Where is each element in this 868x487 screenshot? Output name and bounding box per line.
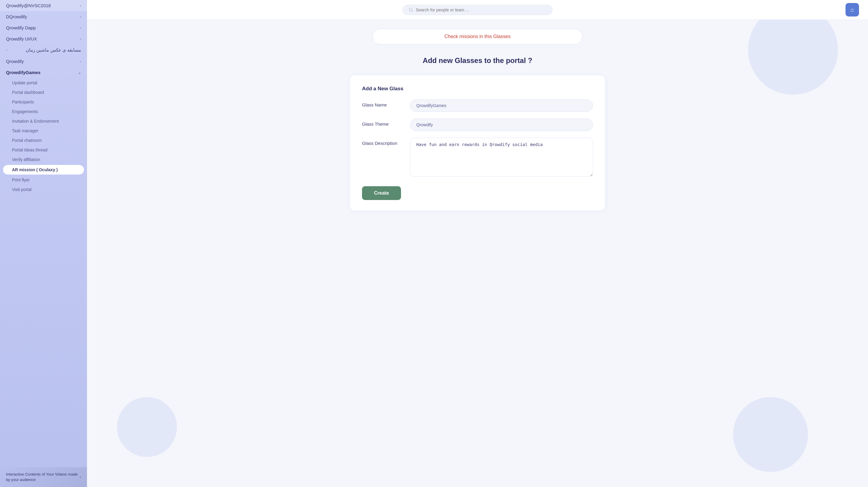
section-title: Add new Glasses to the portal ? bbox=[105, 56, 850, 65]
search-input[interactable] bbox=[416, 7, 546, 12]
sidebar-item-label: Qrowdify UI/UX bbox=[6, 36, 37, 41]
content-area: Check missions in this Glasses Add new G… bbox=[87, 20, 868, 487]
add-glass-form: Add a New Glass Glass Name Glass Theme G… bbox=[350, 75, 605, 210]
decorative-blob-3 bbox=[733, 397, 808, 472]
search-bar[interactable] bbox=[403, 5, 553, 15]
glass-theme-label: Glass Theme bbox=[362, 119, 404, 127]
chevron-icon: ‹ bbox=[80, 15, 81, 19]
chevron-icon: ‹ bbox=[80, 37, 81, 41]
sidebar-subitem-update-portal[interactable]: Update portal bbox=[0, 78, 87, 88]
form-row-description: Glass Description Have fun and earn rewa… bbox=[362, 138, 593, 176]
form-row-name: Glass Name bbox=[362, 99, 593, 112]
sidebar-subitem-participants[interactable]: Participants bbox=[0, 97, 87, 107]
sidebar-item-label: Qrowdify Dapp bbox=[6, 25, 36, 30]
sidebar-bottom-promo[interactable]: Interactive Contents of Your Videos made… bbox=[0, 467, 87, 487]
svg-line-1 bbox=[412, 10, 413, 11]
sidebar-submenu-qrowdifygames: Update portal Portal dashboard Participa… bbox=[0, 78, 87, 194]
sidebar-subitem-engagements[interactable]: Engagements bbox=[0, 107, 87, 116]
sidebar-item-qrowdify-games[interactable]: QrowdifyGames ⌄ bbox=[0, 67, 87, 78]
sidebar-subitem-portal-chatroom[interactable]: Portal chatroom bbox=[0, 135, 87, 145]
glass-name-input[interactable] bbox=[410, 99, 593, 112]
sidebar-bottom-text: Interactive Contents of Your Videos made… bbox=[6, 472, 80, 483]
sidebar-item-qrowdify-uiux[interactable]: Qrowdify UI/UX ‹ bbox=[0, 33, 87, 44]
search-icon bbox=[409, 7, 413, 12]
glass-description-label: Glass Description bbox=[362, 138, 404, 146]
sidebar-item-qrowdify[interactable]: Qrowdify ‹ bbox=[0, 56, 87, 67]
sidebar-item-label: Qrowdify@NVSC2018 bbox=[6, 3, 51, 8]
chevron-icon: › bbox=[6, 48, 7, 52]
decorative-blob-2 bbox=[117, 397, 177, 457]
main-content: ⌂ Check missions in this Glasses Add new… bbox=[87, 0, 868, 487]
sidebar-subitem-print-flyer[interactable]: Print flyer bbox=[0, 175, 87, 185]
form-row-theme: Glass Theme bbox=[362, 119, 593, 131]
glass-name-label: Glass Name bbox=[362, 99, 404, 107]
create-button[interactable]: Create bbox=[362, 186, 401, 200]
sidebar-subitem-invitation-endorsement[interactable]: Invitation & Endorsement bbox=[0, 116, 87, 126]
sidebar-subitem-portal-dashboard[interactable]: Portal dashboard bbox=[0, 88, 87, 97]
sidebar-subitem-verify-affiliation[interactable]: Verify affiliation bbox=[0, 155, 87, 164]
chevron-icon: ‹ bbox=[80, 59, 81, 64]
topbar: ⌂ bbox=[87, 0, 868, 20]
glass-theme-input[interactable] bbox=[410, 119, 593, 131]
chevron-icon: ‹ bbox=[80, 26, 81, 30]
chevron-icon: ‹ bbox=[80, 4, 81, 8]
sidebar-item-label: QrowdifyGames bbox=[6, 70, 40, 75]
sidebar-item-dqrowdify[interactable]: DQrowdify ‹ bbox=[0, 11, 87, 22]
check-missions-button[interactable]: Check missions in this Glasses bbox=[373, 29, 583, 44]
chevron-left-icon: ‹ bbox=[80, 475, 81, 480]
sidebar-item-arabic-contest[interactable]: مسابقه ی عکس ماشین زمان › bbox=[0, 44, 87, 56]
sidebar-subitem-visit-portal[interactable]: Visit portal bbox=[0, 185, 87, 194]
sidebar-item-label: DQrowdify bbox=[6, 14, 27, 19]
sidebar-item-qrowdify-nvsc[interactable]: Qrowdify@NVSC2018 ‹ bbox=[0, 0, 87, 11]
chevron-down-icon: ⌄ bbox=[78, 70, 81, 75]
sidebar-item-qrowdify-dapp[interactable]: Qrowdify Dapp ‹ bbox=[0, 22, 87, 33]
sidebar-subitem-portal-ideas-thread[interactable]: Portal Ideas thread bbox=[0, 145, 87, 155]
sidebar: Qrowdify@NVSC2018 ‹ DQrowdify ‹ Qrowdify… bbox=[0, 0, 87, 487]
form-subtitle: Add a New Glass bbox=[362, 86, 593, 92]
sidebar-subitem-ar-mission[interactable]: AR mission ( Oculaxy ) bbox=[3, 165, 84, 174]
sidebar-subitem-task-manager[interactable]: Task manager bbox=[0, 126, 87, 135]
sidebar-item-label: مسابقه ی عکس ماشین زمان bbox=[26, 47, 81, 53]
home-icon: ⌂ bbox=[850, 6, 854, 13]
home-button[interactable]: ⌂ bbox=[845, 3, 859, 17]
sidebar-item-label: Qrowdify bbox=[6, 59, 24, 64]
glass-description-textarea[interactable]: Have fun and earn rewards in Qrowdify so… bbox=[410, 138, 593, 176]
